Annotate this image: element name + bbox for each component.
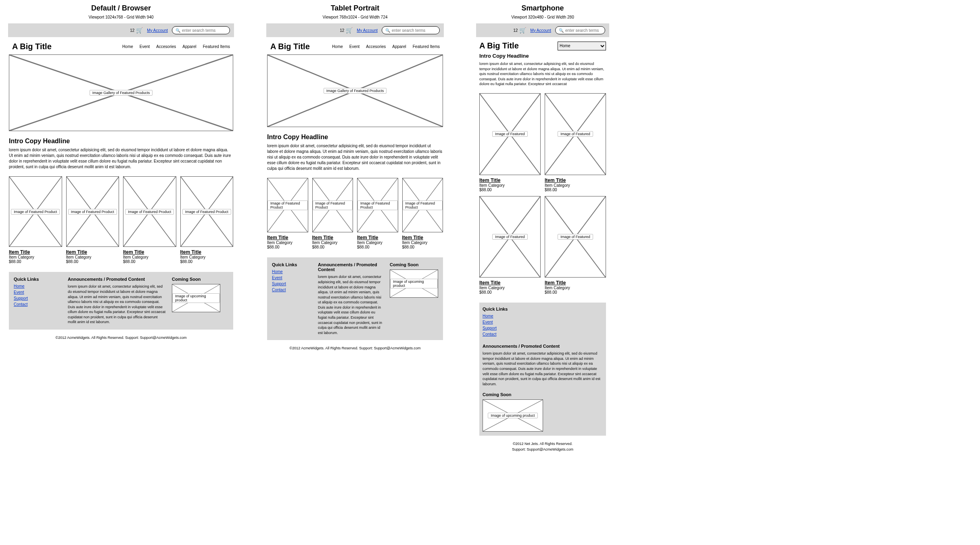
hero-gallery[interactable]: Image Gallery of Featured Products [9, 54, 233, 131]
product-card[interactable]: Image of Featured Product Item Title Ite… [267, 178, 308, 249]
product-category: Item Category [545, 183, 606, 188]
product-price: $88.00 [9, 259, 62, 264]
hero-gallery[interactable]: Image Gallery of Featured Products [267, 54, 443, 127]
product-price: $88.00 [402, 245, 443, 249]
coming-soon-label: Image of upcoming product [172, 293, 220, 303]
announcements-copy: lorem ipsum dolor sit amet, consectetur … [68, 284, 166, 325]
cart-icon[interactable]: 🛒 [136, 27, 143, 33]
copyright: ©2012 Net Jets. All Rights Reserved. Sup… [479, 441, 606, 452]
quicklink-item[interactable]: Support [272, 282, 312, 286]
product-category: Item Category [123, 255, 176, 259]
product-card[interactable]: Image of Featured Product Item Title Ite… [66, 176, 119, 264]
search-field[interactable]: 🔍 [172, 26, 230, 34]
coming-soon-image[interactable]: Image of upcoming product [172, 284, 220, 312]
product-card[interactable]: Image of Featured Item Title Item Catego… [545, 196, 606, 295]
footer-box: Quick Links Home Event Support Contact A… [479, 303, 606, 436]
nav-item[interactable]: Apparel [392, 44, 406, 49]
product-title[interactable]: Item Title [9, 249, 62, 255]
product-card[interactable]: Image of Featured Item Title Item Catego… [545, 93, 606, 192]
nav-item[interactable]: Accesories [366, 44, 386, 49]
quicklink-item[interactable]: Contact [14, 302, 62, 307]
product-card[interactable]: Image of Featured Item Title Item Catego… [479, 196, 541, 295]
product-title[interactable]: Item Title [545, 177, 606, 183]
main-nav: Home Event Accesories Apparel Featured I… [122, 44, 230, 49]
product-title[interactable]: Item Title [123, 249, 176, 255]
coming-soon-image[interactable]: Image of upcoming product [483, 399, 543, 432]
product-title[interactable]: Item Title [180, 249, 234, 255]
product-card[interactable]: Image of Featured Product Item Title Ite… [180, 176, 234, 264]
product-title[interactable]: Item Title [402, 235, 443, 240]
search-icon: 🔍 [559, 28, 564, 33]
nav-item[interactable]: Apparel [182, 44, 196, 49]
quicklinks-title: Quick Links [14, 277, 62, 282]
product-card[interactable]: Image of Featured Product Item Title Ite… [123, 176, 176, 264]
product-price: $88.00 [267, 245, 308, 249]
search-input[interactable] [182, 28, 226, 33]
cart-icon[interactable]: 🛒 [346, 27, 353, 33]
layout-title-tablet: Tablet Portrait [331, 4, 380, 13]
my-account-link[interactable]: My Account [357, 28, 378, 33]
nav-item[interactable]: Home [332, 44, 343, 49]
product-image-label: Image of Featured Product [313, 200, 353, 210]
coming-soon-label: Image of upcoming product [488, 413, 537, 418]
quicklink-item[interactable]: Support [14, 296, 62, 301]
product-price: $88.00 [479, 290, 541, 294]
topbar: 12 🛒 My Account 🔍 [266, 23, 444, 37]
product-category: Item Category [357, 240, 398, 245]
page-title: A Big Title [270, 42, 310, 51]
product-title[interactable]: Item Title [66, 249, 119, 255]
product-title[interactable]: Item Title [267, 235, 308, 240]
search-input[interactable] [392, 28, 436, 33]
product-card[interactable]: Image of Featured Item Title Item Catego… [479, 93, 541, 192]
coming-soon-image[interactable]: Image of upcoming product [390, 269, 438, 298]
product-image-label: Image of Featured Product [125, 209, 174, 215]
product-price: $88.00 [479, 188, 541, 192]
cart-icon[interactable]: 🛒 [519, 27, 526, 33]
my-account-link[interactable]: My Account [147, 28, 168, 33]
quicklink-item[interactable]: Event [483, 320, 603, 324]
product-title[interactable]: Item Title [312, 235, 353, 240]
nav-item[interactable]: Home [122, 44, 133, 49]
quicklink-item[interactable]: Event [272, 276, 312, 280]
nav-item[interactable]: Event [349, 44, 360, 49]
product-image-label: Image of Featured Product [267, 200, 308, 210]
quicklink-item[interactable]: Contact [272, 288, 312, 292]
search-field[interactable]: 🔍 [382, 26, 440, 34]
quicklink-item[interactable]: Event [14, 290, 62, 294]
search-input[interactable] [565, 28, 602, 33]
nav-item[interactable]: Accesories [156, 44, 176, 49]
nav-select[interactable]: Home [558, 42, 606, 50]
product-title[interactable]: Item Title [545, 280, 606, 286]
product-title[interactable]: Item Title [357, 235, 398, 240]
announcements-title: Announcements / Promoted Content [68, 277, 166, 282]
cart-count: 12 [513, 28, 518, 33]
quicklink-item[interactable]: Home [272, 269, 312, 274]
product-card[interactable]: Image of Featured Product Item Title Ite… [312, 178, 353, 249]
quicklink-item[interactable]: Home [14, 284, 62, 288]
my-account-link[interactable]: My Account [530, 28, 551, 33]
product-category: Item Category [66, 255, 119, 259]
product-category: Item Category [180, 255, 234, 259]
product-card[interactable]: Image of Featured Product Item Title Ite… [9, 176, 62, 264]
announcements-title: Announcements / Promoted Content [483, 344, 603, 349]
product-card[interactable]: Image of Featured Product Item Title Ite… [357, 178, 398, 249]
product-title[interactable]: Item Title [479, 177, 541, 183]
hero-label: Image Gallery of Featured Products [90, 90, 153, 96]
product-title[interactable]: Item Title [479, 280, 541, 286]
quicklink-item[interactable]: Contact [483, 332, 603, 336]
nav-item[interactable]: Featured Items [413, 44, 440, 49]
copyright: ©2012 AcmeWidgets. All Rights Reserved. … [9, 335, 233, 341]
main-nav: Home Event Accesories Apparel Featured I… [332, 44, 440, 49]
quicklink-item[interactable]: Home [483, 314, 603, 318]
nav-item[interactable]: Featured Items [203, 44, 230, 49]
search-field[interactable]: 🔍 [555, 26, 605, 34]
product-card[interactable]: Image of Featured Product Item Title Ite… [402, 178, 443, 249]
product-category: Item Category [479, 183, 541, 188]
announcements-copy: lorem ipsum dolor sit amet, consectetur … [483, 351, 603, 386]
product-image-label: Image of Featured [558, 131, 593, 137]
product-category: Item Category [402, 240, 443, 245]
intro-copy: lorem ipsum dolor sit amet, consectetur … [9, 147, 233, 170]
nav-item[interactable]: Event [140, 44, 150, 49]
cart-count: 12 [340, 28, 344, 33]
quicklink-item[interactable]: Support [483, 326, 603, 330]
